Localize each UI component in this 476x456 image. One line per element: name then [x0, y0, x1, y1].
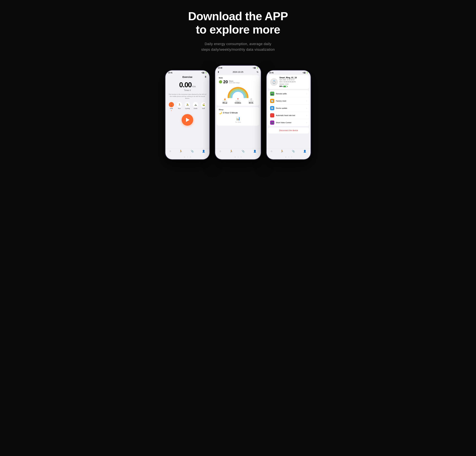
- mode-cycling[interactable]: 🚴 Cycling: [185, 102, 190, 111]
- home-icon-c: ⌂: [220, 150, 221, 153]
- stat-calories: 🔥 Calories 0Kcal: [223, 98, 227, 104]
- stats-row: 🔥 Calories 0Kcal 📍 Distance 0.01Km ⏱️ Du…: [219, 97, 257, 104]
- nav-user-left[interactable]: 👤: [202, 150, 205, 153]
- cycling-icon: 🚴: [185, 102, 190, 107]
- back-btn-c[interactable]: ◁: [234, 156, 236, 158]
- activity-icon-c: 🏃: [230, 150, 233, 153]
- settings-list: 📷 Remote selfie › 🔄 Factory reset › ⬆️ D…: [268, 90, 309, 126]
- setting-short-video[interactable]: 📹 Short Video Control ›: [268, 119, 309, 126]
- setting-factory-reset[interactable]: 🔄 Factory reset ›: [268, 97, 309, 105]
- sleep-value: 0 Hour 0 Minute: [223, 112, 238, 114]
- duration-label: Duration: [249, 100, 253, 102]
- setting-heart-rate[interactable]: ❤️ Automatic heart rate test ›: [268, 112, 309, 119]
- exercise-modes: 🚶 Walk ▲ 🏃 Run 🚴 Cycling ⛰️ Climb: [165, 101, 209, 112]
- chevron-icon-1: ›: [306, 100, 307, 102]
- calories-value: 0Kcal: [223, 102, 227, 104]
- nav-activity-left[interactable]: 🏃: [179, 150, 182, 153]
- mode-golf[interactable]: ⛳ Golf: [201, 102, 206, 111]
- status-bar-right: 13:41 ● ▌▌ 🔋: [267, 70, 311, 74]
- stat-duration: ⏱️ Duration 00:01: [249, 98, 253, 104]
- nav-clip-left[interactable]: 📎: [191, 150, 194, 153]
- golf-icon: ⛳: [201, 102, 206, 107]
- back-btn[interactable]: ◁: [183, 156, 186, 158]
- home-btn[interactable]: ○: [187, 156, 188, 158]
- distance-label: Distance: [235, 100, 241, 102]
- nav-user-right[interactable]: 👤: [303, 150, 306, 153]
- clip-icon: 📎: [191, 150, 194, 153]
- nav-user-center[interactable]: 👤: [253, 150, 256, 153]
- home-indicator-right: ◁ ○ □: [267, 155, 311, 159]
- distance-icon: 📍: [235, 98, 241, 100]
- play-button[interactable]: [182, 114, 193, 126]
- hero-title: Download the APP to explore more: [188, 10, 288, 36]
- phone-right: 13:41 ● ▌▌ 🔋 💍 Smart_Ring_01_18 Sync dat…: [266, 70, 311, 160]
- walk-goal: Goal 4000 Steps: [229, 82, 240, 83]
- mode-climb[interactable]: ⛰️ Climb: [193, 102, 198, 111]
- nav-activity-center[interactable]: 🏃: [230, 150, 233, 153]
- nav-clip-right[interactable]: 📎: [292, 150, 295, 153]
- arc-container: [219, 84, 257, 97]
- home-icon-r: ⌂: [271, 150, 272, 153]
- disconnect-button[interactable]: Disconnect the device: [268, 127, 309, 133]
- share-icon[interactable]: ⬆: [217, 71, 219, 73]
- home-icon: ⌂: [170, 150, 171, 153]
- heart-rate-label: Automatic heart rate test: [276, 114, 305, 116]
- refresh-icon[interactable]: ↻: [257, 71, 259, 73]
- home-indicator-left: ◁ ○ □: [165, 155, 209, 159]
- battery-row: 68%: [280, 85, 307, 87]
- heart-rate-icon: ❤️: [270, 113, 274, 117]
- nav-activity-right[interactable]: 🏃: [280, 150, 284, 153]
- no-data-label: No data: [235, 121, 241, 123]
- chevron-icon-0: ›: [306, 93, 307, 95]
- nav-home-right[interactable]: ⌂: [271, 150, 272, 153]
- back-btn-r[interactable]: ◁: [284, 156, 287, 158]
- mode-walk[interactable]: 🚶 Walk ▲: [169, 102, 174, 111]
- distance-value: 0.00: [179, 81, 192, 89]
- nav-clip-center[interactable]: 📎: [242, 150, 245, 153]
- nav-home-left[interactable]: ⌂: [170, 150, 171, 153]
- chevron-icon-3: ›: [306, 115, 307, 116]
- run-icon: 🏃: [177, 102, 182, 107]
- device-card: 💍 Smart_Ring_01_18 Sync data: 10-25 10:1…: [268, 75, 309, 89]
- recents-btn[interactable]: □: [189, 156, 192, 158]
- clip-icon-r: 📎: [292, 150, 295, 153]
- device-sync: Sync data: 10-25 10:14: [280, 79, 307, 81]
- recents-btn-r[interactable]: □: [291, 156, 293, 158]
- calories-label: Calories: [223, 100, 227, 102]
- video-icon: 📹: [270, 121, 274, 125]
- status-icons-left: ● ▌▌ 🔋: [201, 72, 207, 74]
- activity-header: ⬆ 2024-10-25 ↻: [215, 69, 261, 75]
- user-icon: 👤: [202, 150, 205, 153]
- home-btn-c[interactable]: ○: [237, 156, 239, 158]
- clip-icon-c: 📎: [242, 150, 245, 153]
- camera-icon: 📷: [270, 92, 274, 96]
- phone-center: 13:40 ● ▌▌ 🔋 ⬆ 2024-10-25 ↻ Walk 🟢 20: [215, 65, 261, 160]
- bottom-nav-right: ⌂ 🏃 📎 👤: [267, 148, 311, 155]
- device-info: Smart_Ring_01_18 Sync data: 10-25 10:14 …: [280, 76, 307, 87]
- setting-remote-selfie[interactable]: 📷 Remote selfie ›: [268, 90, 309, 97]
- setting-device-update[interactable]: ⬆️ Device update ›: [268, 105, 309, 112]
- battery-fill: [283, 86, 286, 87]
- ring-image: 💍: [270, 78, 278, 86]
- nav-home-center[interactable]: ⌂: [220, 150, 221, 153]
- home-btn-r[interactable]: ○: [288, 156, 290, 158]
- calories-icon: 🔥: [223, 98, 227, 100]
- recents-btn-c[interactable]: □: [240, 156, 242, 158]
- mode-run[interactable]: 🏃 Run: [177, 102, 182, 111]
- duration-value: 00:01: [249, 102, 253, 104]
- no-data-area: 📊 No data: [219, 114, 257, 124]
- walk-icon-green: 🟢: [219, 80, 222, 83]
- walk-section: Walk 🟢 20 Steps Goal 4000 Steps: [217, 75, 259, 106]
- remote-selfie-label: Remote selfie: [276, 93, 305, 95]
- battery-bar: [283, 86, 287, 87]
- user-icon-c: 👤: [253, 150, 256, 153]
- pause-icon: ⏸: [204, 75, 207, 78]
- mode-cycling-label: Cycling: [185, 108, 190, 109]
- home-indicator-center: ◁ ○ □: [215, 155, 261, 159]
- mode-run-label: Run: [178, 108, 181, 109]
- time-right: 13:41: [269, 72, 274, 74]
- exercise-distance: 0.00 Km Times 0: [165, 80, 209, 92]
- no-data-icon: 📊: [236, 116, 240, 121]
- mode-golf-label: Golf: [202, 108, 205, 109]
- exercise-title: Exercise: [182, 75, 192, 78]
